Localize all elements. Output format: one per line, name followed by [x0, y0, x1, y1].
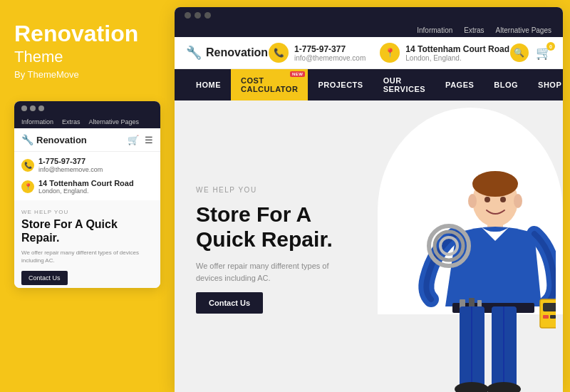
svg-point-21 [500, 197, 506, 202]
cart-count-badge: 0 [546, 42, 555, 51]
desktop-hero: WE HELP YOU Store For A Quick Repair. We… [175, 100, 563, 392]
hero-cta-button[interactable]: Contact Us [196, 292, 263, 314]
dot-yellow [30, 105, 36, 111]
hero-title: Store For A Quick Repair. [196, 202, 348, 252]
svg-point-22 [468, 194, 477, 208]
dot-green [38, 105, 44, 111]
desktop-header: 🔧 Renovation 📞 1-775-97-377 info@thememo… [175, 37, 563, 69]
desktop-wrench-icon: 🔧 [186, 45, 202, 61]
mobile-topbar [14, 101, 160, 115]
desktop-addr1: 14 Tottenham Court Road [405, 44, 509, 54]
hero-text-area: WE HELP YOU Store For A Quick Repair. We… [175, 100, 369, 392]
brand-subtitle: Theme [14, 48, 160, 66]
mobile-address-row: 📍 14 Tottenham Court Road London, Englan… [14, 176, 160, 200]
desktop-address-text: 14 Tottenham Court Road London, England. [405, 44, 509, 62]
desktop-phone-text: 1-775-97-377 info@thememove.com [294, 44, 366, 62]
hero-title-line2: Quick Repair. [196, 227, 333, 251]
hero-title-line1: Store For A [196, 202, 311, 226]
svg-point-20 [484, 197, 490, 202]
desktop-phone-number: 1-775-97-377 [294, 44, 366, 54]
desktop-dot-3 [204, 12, 211, 19]
hero-image-area [369, 100, 564, 392]
mobile-header: 🔧 Renovation 🛒 ☰ [14, 128, 160, 152]
mobile-cart-menu: 🛒 ☰ [128, 135, 153, 145]
left-panel: Renovation Theme By ThemeMove Informatio… [0, 0, 175, 392]
desktop-phone-item: 📞 1-775-97-377 info@thememove.com [269, 43, 366, 63]
nav-blog[interactable]: BLOG [484, 73, 528, 96]
desktop-addr2: London, England. [405, 54, 509, 62]
desktop-nav-alt[interactable]: Alternative Pages [496, 26, 551, 34]
mobile-preview-card: Information Extras Alternative Pages 🔧 R… [14, 101, 160, 288]
desktop-address-item: 📍 14 Tottenham Court Road London, Englan… [380, 43, 509, 63]
nav-shop[interactable]: SHOP [528, 73, 563, 96]
mobile-phone-row: 📞 1-775-97-377 info@thememove.com [14, 152, 160, 176]
desktop-cart-button[interactable]: 🛒 0 [536, 45, 551, 61]
hero-description: We offer repair many different types of … [196, 260, 348, 284]
mobile-nav-alt[interactable]: Alternative Pages [89, 118, 140, 125]
desktop-main-nav: HOME COST CALCULATOR NEW PROJECTS OUR SE… [175, 69, 563, 100]
nav-our-services[interactable]: OUR SERVICES [373, 69, 435, 100]
mobile-addr2: London, England. [38, 187, 134, 195]
desktop-header-actions: 🔍 🛒 0 [510, 43, 551, 62]
wrench-icon: 🔧 [21, 134, 33, 145]
mobile-addr1: 14 Tottenham Court Road [38, 179, 134, 187]
desktop-phone-icon: 📞 [269, 43, 289, 63]
desktop-location-icon: 📍 [380, 43, 400, 63]
right-panel: Information Extras Alternative Pages 🔧 R… [175, 7, 563, 392]
cart-icon[interactable]: 🛒 [128, 135, 139, 145]
desktop-dot-2 [195, 12, 201, 19]
menu-icon[interactable]: ☰ [145, 135, 153, 145]
svg-rect-9 [550, 315, 556, 319]
worker-figure [392, 164, 556, 392]
mobile-we-help: WE HELP YOU [21, 209, 153, 215]
mobile-hero: WE HELP YOU Store For A Quick Repair. We… [14, 200, 160, 288]
desktop-contact-group: 📞 1-775-97-377 info@thememove.com 📍 14 T… [269, 43, 509, 63]
mobile-nav-info[interactable]: Information [21, 118, 53, 125]
mobile-nav-extras[interactable]: Extras [62, 118, 81, 125]
mobile-logo-text: Renovation [36, 135, 87, 145]
desktop-topbar [175, 7, 563, 24]
phone-icon: 📞 [21, 159, 34, 172]
desktop-dot-1 [185, 12, 191, 19]
mobile-hero-desc: We offer repair many different types of … [21, 249, 153, 264]
svg-rect-8 [543, 315, 549, 319]
mobile-contact-text: 1-775-97-377 info@thememove.com [38, 156, 103, 175]
nav-cost-calculator[interactable]: COST CALCULATOR NEW [231, 69, 308, 100]
mobile-address-text: 14 Tottenham Court Road London, England. [38, 179, 134, 195]
mobile-hero-title: Store For A Quick Repair. [21, 218, 153, 244]
dot-red [21, 105, 27, 111]
location-icon: 📍 [21, 180, 34, 193]
desktop-email: info@thememove.com [294, 54, 366, 62]
brand-section: Renovation Theme By ThemeMove [14, 21, 160, 80]
desktop-logo-text: Renovation [206, 46, 268, 59]
mobile-cta-button[interactable]: Contact Us [21, 271, 68, 285]
desktop-search-button[interactable]: 🔍 [510, 43, 529, 62]
desktop-nav-info[interactable]: Information [417, 26, 452, 34]
svg-point-23 [514, 194, 522, 208]
brand-title: Renovation [14, 21, 160, 46]
mobile-nav-bar: Information Extras Alternative Pages [14, 115, 160, 128]
mobile-logo: 🔧 Renovation [21, 134, 87, 145]
svg-point-1 [472, 171, 518, 197]
nav-pages[interactable]: PAGES [435, 73, 484, 96]
hero-we-help: WE HELP YOU [196, 186, 348, 194]
desktop-nav-extras[interactable]: Extras [464, 26, 484, 34]
desktop-logo: 🔧 Renovation [186, 45, 268, 61]
nav-home[interactable]: HOME [186, 73, 231, 96]
desktop-secondary-nav: Information Extras Alternative Pages [175, 24, 563, 37]
new-badge: NEW [290, 71, 306, 77]
mobile-email: info@thememove.com [38, 166, 103, 175]
svg-rect-7 [543, 303, 556, 311]
nav-projects[interactable]: PROJECTS [308, 73, 373, 96]
brand-by: By ThemeMove [14, 69, 160, 80]
mobile-phone: 1-775-97-377 [38, 156, 103, 166]
